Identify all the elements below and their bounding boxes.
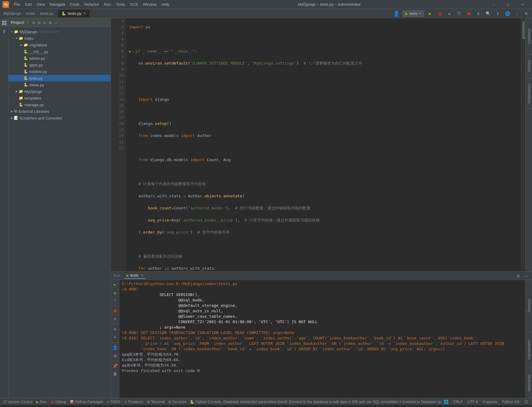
python-version-button[interactable]: Python 3.8	[501, 400, 521, 404]
notifications-panel-toggle[interactable]: Notifications	[526, 78, 532, 109]
menu-vcs[interactable]: VCS	[127, 2, 140, 7]
menu-help[interactable]: Help	[159, 2, 172, 7]
menu-edit[interactable]: Edit	[23, 2, 34, 7]
terminal-status-button[interactable]: ⊞ Terminal	[146, 400, 166, 404]
tree-file-manage[interactable]: 🐍 manage.py	[8, 101, 111, 108]
tree-folder-templates[interactable]: 📁 templates	[8, 95, 111, 101]
run-play-button[interactable]: ▶	[112, 281, 118, 288]
run-up-button[interactable]: ▲	[112, 289, 118, 296]
crlf-label: CRLF	[453, 400, 463, 404]
menu-refactor[interactable]: Refactor	[82, 2, 102, 7]
maximize-button[interactable]: □	[501, 0, 515, 9]
status-info-text: Database connection parameters found: Co…	[223, 400, 441, 404]
run-print-button[interactable]: 🖨	[112, 352, 118, 359]
run-trash-button[interactable]: 🗑	[112, 370, 118, 377]
scrollbar-thumb[interactable]	[522, 21, 525, 39]
breadcrumb-mydjango[interactable]: MyDjango	[2, 11, 23, 16]
minimize-button[interactable]: —	[487, 0, 501, 9]
tree-folder-scratches[interactable]: ▶ 📝 Scratches and Consoles	[8, 115, 111, 121]
run-down-button[interactable]: ▼	[112, 297, 118, 304]
version-control-button[interactable]: ⊡ Version Control	[2, 399, 34, 404]
structure-toggle[interactable]: Structure	[526, 280, 532, 332]
sqview-panel-toggle[interactable]: SqView	[526, 54, 532, 78]
profile-button[interactable]: ⏱	[455, 10, 463, 17]
run-close-icon[interactable]: —	[523, 272, 530, 279]
debug-status-button[interactable]: 🐞 Debug	[49, 400, 67, 404]
wordbook-toggle[interactable]: Word Book	[526, 368, 532, 398]
encoding-button[interactable]: UTF-8	[467, 400, 479, 404]
code-content[interactable]: import os ▶○if __name__ == "__main__": o…	[126, 18, 521, 271]
stop-button[interactable]: ⏹	[464, 10, 473, 17]
run-status-button[interactable]: ▶ Run	[35, 400, 48, 404]
tree-file-admin[interactable]: 🐍 admin.py	[8, 55, 111, 62]
breadcrumb-index[interactable]: index	[25, 11, 36, 16]
tab-close-icon[interactable]: ✕	[83, 11, 86, 15]
indent-button[interactable]: 4 spaces	[482, 400, 499, 404]
run-pin-button[interactable]: 📌	[112, 363, 118, 369]
more-button[interactable]: ⋮	[513, 10, 521, 17]
tree-label-mydjango: MyDjango	[20, 30, 37, 34]
tree-file-views[interactable]: 🐍 views.py	[8, 81, 111, 88]
run-tab-close[interactable]: ✕	[141, 273, 143, 277]
project-icon[interactable]	[1, 19, 8, 27]
commit-icon[interactable]	[1, 28, 8, 35]
todo-status-button[interactable]: ≡ TODO	[106, 400, 121, 404]
packages-status-button[interactable]: 📦 Python Packages	[68, 400, 104, 404]
collapse-all-icon[interactable]: ⊟	[37, 20, 41, 25]
run-filter-button[interactable]: ≡	[112, 326, 118, 332]
panel-title: Project	[11, 20, 24, 25]
run-stop-button[interactable]: ⏹	[112, 307, 118, 314]
windows-logo[interactable]	[442, 399, 450, 404]
project-dropdown[interactable]: ▼	[26, 21, 30, 25]
bookmarks-toggle[interactable]: 8 Bookmarks	[526, 332, 532, 368]
problems-status-button[interactable]: ⚠ Problems	[123, 400, 145, 404]
run-button[interactable]: ▶	[426, 10, 434, 17]
close-panel-icon[interactable]: ✕	[42, 20, 47, 25]
close-button[interactable]: ✕	[516, 0, 530, 9]
menu-file[interactable]: File	[11, 2, 23, 7]
run-config-selector[interactable]: ▶ tests ▼	[402, 10, 424, 17]
coverage-button[interactable]: ♻	[445, 10, 454, 17]
run-person-button[interactable]: 👤	[112, 344, 118, 351]
menu-tools[interactable]: Tools	[114, 2, 127, 7]
menu-navigate[interactable]: Navigate	[47, 2, 68, 7]
run-rerun-button[interactable]: ↺	[112, 315, 118, 322]
menu-view[interactable]: View	[34, 2, 47, 7]
tree-file-init[interactable]: 🐍 __init__.py	[8, 48, 111, 55]
run-settings-icon[interactable]: ⚙	[515, 272, 522, 279]
tree-folder-extlibs[interactable]: ▶ 🏛 External Libraries	[8, 108, 111, 115]
panel-settings-icon[interactable]: ⚙	[48, 20, 52, 25]
layout-button[interactable]: ⊞	[523, 10, 530, 17]
editor-scrollbar[interactable]	[521, 18, 525, 271]
update-button[interactable]: 🌐	[503, 10, 512, 17]
code-line-14: # 计算每个作者的书籍数量和平均价格	[129, 181, 518, 187]
breadcrumb-file[interactable]: tests.py	[39, 11, 55, 16]
user-icon[interactable]: 👤	[392, 10, 401, 17]
locate-file-icon[interactable]: ⊙	[31, 20, 36, 25]
info-button[interactable]: ℹ	[493, 10, 502, 17]
translation-button[interactable]: A	[474, 10, 483, 17]
services-status-button[interactable]: ⚙ Services	[167, 400, 187, 404]
tree-file-models[interactable]: 🐍 models.py	[8, 68, 111, 75]
run-tab-tests[interactable]: ▶ tests ✕	[124, 272, 145, 279]
panel-gear-icon[interactable]: —	[54, 20, 58, 25]
tree-folder-index[interactable]: ▼ 📁 index	[8, 35, 111, 42]
tree-file-apps[interactable]: 🐍 apps.py	[8, 62, 111, 68]
search-everywhere-button[interactable]: 🔍	[484, 10, 492, 17]
tree-root-mydjango[interactable]: ▼ 📁 MyDjango D:\MyDjango	[8, 28, 111, 35]
tree-file-tests[interactable]: 🐍 tests.py	[8, 75, 111, 81]
debug-button[interactable]: 🐞	[436, 10, 444, 17]
console-status-button[interactable]: 🐍 Python Console	[189, 400, 222, 404]
tree-folder-migrations[interactable]: ▶ 📁 migrations	[8, 42, 111, 48]
notification-icon-button[interactable]	[523, 400, 530, 404]
crlf-button[interactable]: CRLF	[452, 400, 464, 404]
run-wrap-button[interactable]: ⇔	[112, 334, 118, 340]
database-panel-toggle[interactable]: Database	[526, 18, 532, 54]
menu-code[interactable]: Code	[68, 2, 82, 7]
tree-folder-mydjango2[interactable]: ▶ 📁 MyDjango	[8, 88, 111, 95]
tab-tests-py[interactable]: 🐍 tests.py ✕	[58, 10, 90, 17]
menu-window[interactable]: Window	[140, 2, 159, 7]
code-editor[interactable]: 1 2 3 4 5 6 7 8 9 10 11 12 13 14 15 16 1	[111, 18, 525, 271]
menu-run[interactable]: Run	[102, 2, 114, 7]
run-output[interactable]: D:\Python38\python.exe D:\MyDjango\index…	[119, 280, 525, 398]
